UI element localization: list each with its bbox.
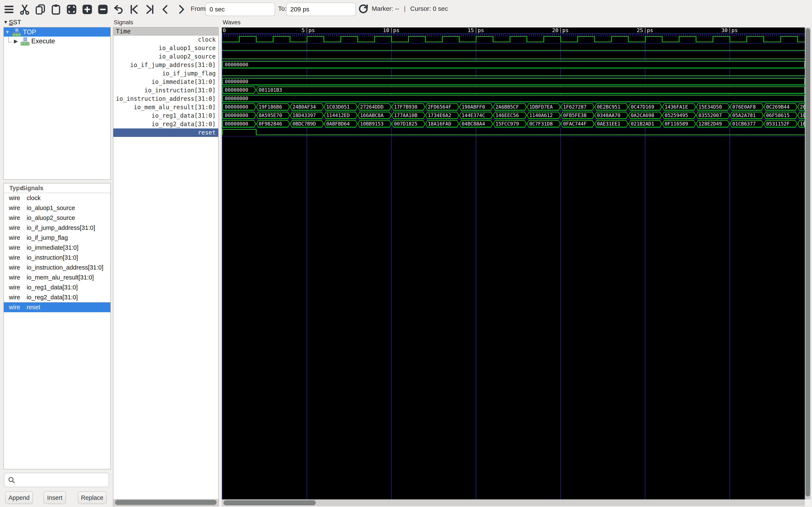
copy-icon[interactable] xyxy=(34,3,46,15)
wave-edge xyxy=(408,36,409,42)
wave-line xyxy=(679,36,696,37)
menu-icon[interactable] xyxy=(3,3,15,15)
wave-line xyxy=(358,42,374,42)
step-left-icon[interactable] xyxy=(159,3,171,15)
bus-segment: 0FB5FE38 xyxy=(561,112,595,119)
wave-line xyxy=(611,36,628,37)
wave-edge xyxy=(645,36,646,42)
signals-row[interactable]: clock xyxy=(113,36,218,44)
undo-icon[interactable] xyxy=(112,3,124,15)
tree-item-top[interactable]: ▼ TOP xyxy=(4,27,110,37)
marker-cursor-status: Marker: --|Cursor: 0 sec xyxy=(372,5,448,12)
waves-hscrollbar[interactable] xyxy=(222,499,805,506)
time-column-header[interactable]: Time xyxy=(113,27,218,36)
wave-canvas[interactable]: 05ps10ps15ps20ps25ps30ps0000000000000000… xyxy=(222,27,805,499)
bus-value: 144E374C xyxy=(462,112,485,118)
replace-button[interactable]: Replace xyxy=(78,491,107,504)
insert-button[interactable]: Insert xyxy=(44,491,66,504)
step-right-icon[interactable] xyxy=(175,3,187,15)
ruler-label: 15 xyxy=(467,27,474,34)
zoom-fit-icon[interactable] xyxy=(65,3,78,15)
signal-table-row[interactable]: wireio_aluop2_source xyxy=(4,213,110,223)
zoom-in-icon[interactable] xyxy=(81,3,93,15)
signal-table-row[interactable]: wireio_reg2_data[31:0] xyxy=(4,292,110,302)
wave-line xyxy=(780,36,798,37)
tree-item-label: TOP xyxy=(23,28,36,36)
bus-value: 128E2D49 xyxy=(699,121,722,127)
to-input[interactable] xyxy=(286,3,356,16)
waves-vscrollbar[interactable] xyxy=(805,27,811,499)
reload-icon[interactable] xyxy=(357,3,369,15)
bus-value: 0F982846 xyxy=(259,121,282,127)
bus-segment: 0E2BC951 xyxy=(595,103,628,110)
signal-name-cell: io_if_jump_flag xyxy=(27,234,110,241)
skip-to-start-icon[interactable] xyxy=(128,3,140,15)
signal-search-input[interactable] xyxy=(4,473,109,487)
waves-hscrollbar-thumb[interactable] xyxy=(223,500,316,505)
type-column-header: Type xyxy=(9,185,23,191)
signal-table-row[interactable]: wireclock xyxy=(4,193,110,203)
bus-segment: 0F982846 xyxy=(256,120,290,127)
signal-table-row[interactable]: wirereset xyxy=(4,302,110,312)
wave-edge xyxy=(577,36,578,42)
wave-line xyxy=(307,36,324,37)
tree-item-execute[interactable]: ▶ Execute xyxy=(4,37,110,46)
bus-segment: 1C03D051 xyxy=(324,103,358,110)
waves-vscrollbar-thumb[interactable] xyxy=(805,28,810,496)
bus-value: 03552007 xyxy=(699,112,722,118)
wave-line xyxy=(595,42,611,42)
wave-line xyxy=(730,42,747,42)
bus-segment: 00000000 xyxy=(222,61,805,68)
signal-table-row[interactable]: wireio_instruction_address[31:0] xyxy=(4,263,110,273)
bus-value: 0FB5FE38 xyxy=(563,112,587,118)
append-button[interactable]: Append xyxy=(5,491,33,504)
signals-row[interactable]: io_instruction[31:0] xyxy=(113,86,218,95)
signal-table-row[interactable]: wireio_if_jump_address[31:0] xyxy=(4,223,110,233)
signal-table-row[interactable]: wireio_reg1_data[31:0] xyxy=(4,282,110,292)
bus-segment: 00000000 xyxy=(222,112,256,119)
signals-row[interactable]: io_if_jump_address[31:0] xyxy=(113,61,218,69)
time-gridline xyxy=(476,34,476,499)
signals-row[interactable]: io_immediate[31:0] xyxy=(113,78,218,86)
bus-segment: 076E0AF8 xyxy=(730,103,764,110)
signals-row[interactable]: io_if_jump_flag xyxy=(113,69,218,78)
expander-down-icon[interactable]: ▼ xyxy=(4,29,11,35)
bus-segment: 1DBFD7EA xyxy=(527,103,561,110)
paste-icon[interactable] xyxy=(50,3,62,15)
bus-value: 076E0AF8 xyxy=(732,104,756,110)
bus-segment: 19F186B6 xyxy=(256,103,290,110)
signals-row[interactable]: io_instruction_address[31:0] xyxy=(113,95,218,103)
bus-value: 04BC88A4 xyxy=(462,121,485,127)
wave-edge xyxy=(459,36,459,42)
bus-segment: 0C269B44 xyxy=(764,103,798,110)
signal-table-row[interactable]: wireio_immediate[31:0] xyxy=(4,243,110,252)
sst-tree-header[interactable]: ▼SST xyxy=(3,18,21,26)
signals-row[interactable]: io_mem_alu_result[31:0] xyxy=(113,103,218,112)
bus-value: 26C xyxy=(800,104,805,110)
signal-table-row[interactable]: wireio_mem_alu_result[31:0] xyxy=(4,273,110,282)
bus-segment: 03552007 xyxy=(696,112,730,119)
signals-row[interactable]: io_reg2_data[31:0] xyxy=(113,120,218,128)
wave-edge xyxy=(273,36,273,42)
signals-row[interactable]: reset xyxy=(113,128,218,137)
signals-row[interactable]: io_reg1_data[31:0] xyxy=(113,112,218,120)
cut-icon[interactable] xyxy=(18,3,31,15)
signal-table-row[interactable]: wireio_aluop1_source xyxy=(4,203,110,213)
bus-value: 1140A612 xyxy=(529,112,553,118)
bus-value: 2FD6564F xyxy=(428,104,451,110)
signals-row[interactable]: io_aluop2_source xyxy=(113,52,218,61)
signals-hscrollbar[interactable] xyxy=(113,499,218,506)
expander-right-icon[interactable]: ▶ xyxy=(12,38,19,44)
module-tree-panel: ▼ TOP ▶ Execute xyxy=(3,27,111,180)
signals-row[interactable]: io_aluop1_source xyxy=(113,44,218,52)
from-input[interactable] xyxy=(205,3,275,16)
wave-edge xyxy=(307,36,307,42)
bus-value: 24B0AF34 xyxy=(293,104,316,110)
signal-table-row[interactable]: wireio_if_jump_flag xyxy=(4,233,110,243)
signal-table-row[interactable]: wireio_instruction[31:0] xyxy=(4,252,110,263)
zoom-out-icon[interactable] xyxy=(97,3,109,15)
skip-to-end-icon[interactable] xyxy=(144,3,156,15)
wave-line xyxy=(662,42,679,42)
signals-hscrollbar-thumb[interactable] xyxy=(115,500,216,505)
wave-line xyxy=(544,36,561,37)
